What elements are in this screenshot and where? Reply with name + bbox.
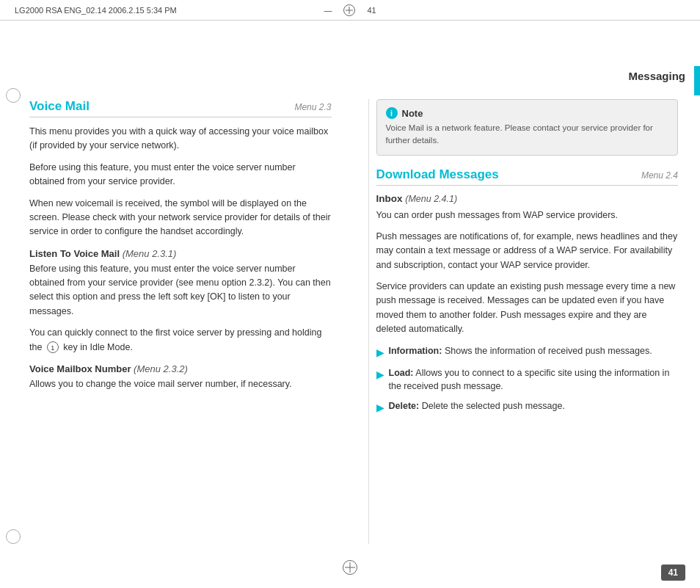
voicemail-number-label: Voice Mailbox Number [29,363,131,374]
download-messages-section-header: Download Messages Menu 2.4 [376,167,679,186]
bullet-arrow-icon: ▶ [376,345,384,360]
bottom-crosshair-icon [340,560,360,575]
listen-voicemail-text: Before using this feature, you must ente… [29,262,332,319]
crosshair-icon [343,4,355,16]
listen-voicemail-text2: You can quickly connect to the first voi… [29,326,332,355]
inbox-heading: Inbox (Menu 2.4.1) [376,193,679,204]
voicemail-number-text: Allows you to change the voice mail serv… [29,377,332,391]
listen-text2-part2: key in Idle Mode. [63,342,133,352]
note-body-text: Voice Mail is a network feature. Please … [386,122,669,148]
page-number-badge: 41 [661,565,685,581]
listen-voicemail-label: Listen To Voice Mail [29,248,120,259]
voice-mail-when-text: When new voicemail is received, the symb… [29,197,332,239]
bullet-item-delete: ▶ Delete: Delete the selected push messa… [376,399,679,415]
bullet-body-delete: Delete the selected push message. [422,401,565,411]
header-bar: LG2000 RSA ENG_02.14 2006.2.15 5:34 PM —… [0,0,700,21]
inbox-text3: Service providers can update an existing… [376,280,679,337]
inbox-text1: You can order push messages from WAP ser… [376,208,679,222]
bullet-item-load: ▶ Load: Allows you to connect to a speci… [376,366,679,394]
inbox-label: Inbox [376,193,403,204]
note-label: Note [402,108,423,119]
inbox-bullet-list: ▶ Information: Shows the information of … [376,344,679,416]
listen-voicemail-heading: Listen To Voice Mail (Menu 2.3.1) [29,248,332,259]
right-column: i Note Voice Mail is a network feature. … [368,99,679,544]
bullet-text-delete: Delete: Delete the selected push message… [389,399,565,413]
bullet-label-information: Information: [389,346,442,356]
note-icon: i [386,107,398,119]
dash-icon: — [324,6,332,15]
header-file-info: LG2000 RSA ENG_02.14 2006.2.15 5:34 PM [15,6,177,15]
bullet-text-information: Information: Shows the information of re… [389,344,652,358]
download-messages-menu-ref: Menu 2.4 [641,170,678,181]
voice-mail-menu-ref: Menu 2.3 [294,102,331,112]
bullet-body-load: Allows you to connect to a specific site… [389,368,670,392]
voice-mail-intro: This menu provides you with a quick way … [29,125,332,153]
bullet-text-load: Load: Allows you to connect to a specifi… [389,366,679,394]
voice-mail-before-text: Before using this feature, you must ente… [29,161,332,189]
inbox-menu-ref: (Menu 2.4.1) [405,194,457,204]
inbox-text2: Push messages are notifications of, for … [376,230,679,272]
bullet-label-delete: Delete: [389,401,420,411]
bullet-body-information: Shows the information of received push m… [445,346,652,356]
section-label-messaging: Messaging [628,70,685,82]
key-icon: 1 [47,341,59,353]
header-page-number: 41 [367,6,376,15]
voice-mail-title: Voice Mail [29,99,90,114]
voicemail-number-menu: (Menu 2.3.2) [134,363,188,374]
header-center: — 41 [324,4,376,16]
bullet-arrow-icon-load: ▶ [376,367,384,382]
bullet-arrow-icon-delete: ▶ [376,400,384,415]
note-box: i Note Voice Mail is a network feature. … [376,99,679,156]
note-title-row: i Note [386,107,669,119]
bullet-item-information: ▶ Information: Shows the information of … [376,344,679,360]
listen-voicemail-menu: (Menu 2.3.1) [123,248,177,259]
download-messages-title: Download Messages [376,167,499,182]
bullet-label-load: Load: [389,368,414,378]
voice-mail-section-header: Voice Mail Menu 2.3 [29,99,332,117]
voicemail-number-heading: Voice Mailbox Number (Menu 2.3.2) [29,363,332,374]
header-left-text: LG2000 RSA ENG_02.14 2006.2.15 5:34 PM [15,6,324,15]
main-content: Voice Mail Menu 2.3 This menu provides y… [0,84,700,559]
left-column: Voice Mail Menu 2.3 This menu provides y… [29,99,346,544]
